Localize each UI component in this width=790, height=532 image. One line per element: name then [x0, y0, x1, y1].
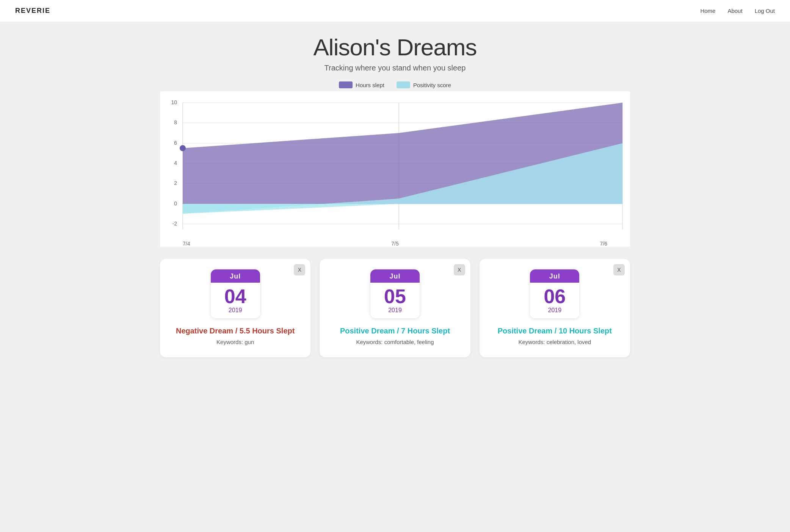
cal-body-1: 05 2019: [370, 283, 420, 318]
svg-text:2: 2: [174, 180, 177, 186]
main-content: Alison's Dreams Tracking where you stand…: [145, 34, 645, 380]
legend-label-hours: Hours slept: [356, 82, 384, 88]
svg-text:10: 10: [171, 99, 177, 105]
cal-body-0: 04 2019: [211, 283, 260, 318]
cal-year-2: 2019: [530, 307, 579, 314]
page-title: Alison's Dreams: [160, 34, 630, 61]
nav-links: Home About Log Out: [700, 8, 775, 14]
chart-legend: Hours slept Positivity score: [160, 81, 630, 88]
cal-day-2: 06: [530, 286, 579, 306]
legend-swatch-cyan: [397, 81, 410, 88]
keywords-label-0: Keywords:: [216, 339, 243, 345]
keywords-value-2: celebration, loved: [547, 339, 591, 345]
svg-text:6: 6: [174, 140, 177, 146]
cards-row: X Jul 04 2019 Negative Dream / 5.5 Hours…: [160, 259, 630, 357]
chart-container: Hours slept Positivity score: [160, 81, 630, 247]
legend-swatch-purple: [339, 81, 353, 88]
svg-text:4: 4: [174, 160, 177, 166]
calendar-2: Jul 06 2019: [530, 269, 579, 318]
dream-card-1: X Jul 05 2019 Positive Dream / 7 Hours S…: [320, 259, 470, 357]
legend-hours-slept: Hours slept: [339, 81, 384, 88]
nav-about[interactable]: About: [727, 8, 742, 14]
card-title-1: Positive Dream / 7 Hours Slept: [329, 326, 461, 336]
keywords-label-1: Keywords:: [356, 339, 382, 345]
close-button-1[interactable]: X: [454, 264, 465, 275]
page-subtitle: Tracking where you stand when you sleep: [160, 64, 630, 72]
positivity-area-negative: [183, 204, 399, 214]
dream-card-0: X Jul 04 2019 Negative Dream / 5.5 Hours…: [160, 259, 310, 357]
keywords-value-1: comfortable, feeling: [384, 339, 434, 345]
keywords-value-0: gun: [245, 339, 254, 345]
cal-month-1: Jul: [370, 269, 420, 283]
nav-logout[interactable]: Log Out: [755, 8, 775, 14]
x-label-1: 7/5: [391, 241, 398, 247]
card-keywords-0: Keywords: gun: [169, 339, 301, 345]
card-keywords-2: Keywords: celebration, loved: [489, 339, 621, 345]
chart-svg: 10 8 6 4 2 0 -2: [160, 95, 630, 239]
calendar-0: Jul 04 2019: [211, 269, 260, 318]
x-label-0: 7/4: [183, 241, 190, 247]
card-keywords-1: Keywords: comfortable, feeling: [329, 339, 461, 345]
close-button-2[interactable]: X: [613, 264, 625, 275]
svg-text:8: 8: [174, 119, 177, 125]
calendar-1: Jul 05 2019: [370, 269, 420, 318]
cal-month-2: Jul: [530, 269, 579, 283]
x-axis-labels: 7/4 7/5 7/6: [160, 239, 630, 247]
navbar: REVERIE Home About Log Out: [0, 0, 790, 22]
close-button-0[interactable]: X: [294, 264, 305, 275]
chart-area: 10 8 6 4 2 0 -2: [160, 91, 630, 247]
cal-day-1: 05: [370, 286, 420, 306]
datapoint-jul04: [180, 146, 185, 151]
card-title-2: Positive Dream / 10 Hours Slept: [489, 326, 621, 336]
cal-body-2: 06 2019: [530, 283, 579, 318]
cal-month-0: Jul: [211, 269, 260, 283]
x-label-2: 7/6: [600, 241, 607, 247]
cal-day-0: 04: [211, 286, 260, 306]
dream-card-2: X Jul 06 2019 Positive Dream / 10 Hours …: [480, 259, 630, 357]
svg-text:-2: -2: [172, 221, 177, 227]
nav-home[interactable]: Home: [700, 8, 715, 14]
card-title-0: Negative Dream / 5.5 Hours Slept: [169, 326, 301, 336]
svg-text:0: 0: [174, 200, 177, 207]
legend-positivity: Positivity score: [397, 81, 451, 88]
logo: REVERIE: [15, 7, 50, 15]
keywords-label-2: Keywords:: [518, 339, 545, 345]
cal-year-1: 2019: [370, 307, 420, 314]
cal-year-0: 2019: [211, 307, 260, 314]
legend-label-positivity: Positivity score: [413, 82, 451, 88]
